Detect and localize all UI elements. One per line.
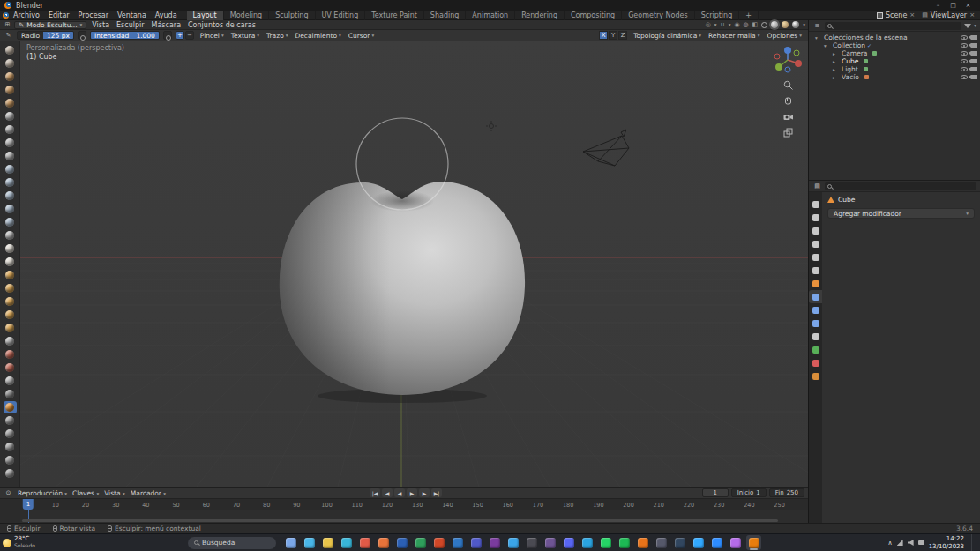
brush-tool-multiplane-scrape[interactable] [4,216,17,228]
viewport-3d[interactable]: Personalizada (perspectiva) (1) Cube [0,41,808,487]
brush-tool-box-hide[interactable] [4,414,17,427]
brush-tool-smooth[interactable] [4,163,17,175]
tool-dropdown-pincel[interactable]: Pincel▾ [198,31,227,40]
brush-tool-boundary[interactable] [4,348,17,361]
brush-tool-box-mask[interactable] [4,428,17,440]
taskbar-app-steam[interactable] [672,535,687,550]
properties-tab-texture[interactable] [809,369,822,383]
properties-tab-tool[interactable] [809,197,822,211]
filter-icon[interactable] [964,24,971,28]
outliner-search[interactable] [825,22,961,30]
taskbar-app-zoom[interactable] [709,535,724,550]
taskbar-app-task-view[interactable] [283,535,298,550]
collection-checkbox[interactable]: ✓ [867,42,872,48]
hide-viewport-icon[interactable] [961,35,968,40]
properties-tab-particles[interactable] [809,303,822,316]
app-menu-icon[interactable] [3,12,9,19]
properties-tab-object-data[interactable] [809,343,822,356]
menu-archivo[interactable]: Archivo [9,11,44,19]
outliner-row-vac-o[interactable]: ▸ Vacío [809,73,980,81]
taskbar-app-blender[interactable] [746,535,761,550]
workspace-tab-rendering[interactable]: Rendering [515,11,565,20]
workspace-tab--[interactable]: + [739,11,759,20]
taskbar-app-obs[interactable] [654,535,669,550]
direction-button--[interactable]: + [176,31,184,40]
expand-arrow-icon[interactable]: ▸ [833,75,838,80]
header-dropdown-opciones[interactable]: Opciones▾ [764,31,804,40]
timeline-menu-marcador[interactable]: Marcador ▾ [128,489,168,497]
properties-tab-modifiers[interactable] [809,290,822,303]
properties-editor-icon[interactable]: ▤ [812,182,822,190]
taskbar-app-vlc[interactable] [635,535,650,550]
brush-tool-lasso-mask[interactable] [4,441,17,453]
brush-tool-layer[interactable] [4,110,17,123]
viewlayer-unlink-icon[interactable]: × [969,11,975,19]
tool-dropdown-decaimiento[interactable]: Decaimiento▾ [292,31,343,40]
window-control-close[interactable]: × [961,0,976,11]
shading-solid-icon[interactable] [771,21,778,28]
timeline-ruler[interactable]: 1 10203040506070809010011012013014015016… [20,499,808,510]
brush-tool-inflate[interactable] [4,123,17,136]
network-icon[interactable] [897,540,903,546]
workspace-tab-compositing[interactable]: Compositing [565,11,622,20]
timeline-scrollbar[interactable] [22,519,778,522]
mirror-axis-z[interactable]: Z [618,31,627,40]
brush-tool-cloth[interactable] [4,361,17,374]
properties-tab-output[interactable] [809,224,822,237]
properties-tab-world[interactable] [809,264,822,277]
properties-tab-material[interactable] [809,356,822,369]
taskbar-app-edge[interactable] [339,535,354,550]
brush-tool-pose[interactable] [4,295,17,308]
taskbar-app-onenote[interactable] [487,535,502,550]
menu-editar[interactable]: Editar [44,11,74,19]
mirror-axis-y[interactable]: Y [609,31,617,40]
brush-tool-clay-thumb[interactable] [4,97,17,109]
strength-slider[interactable]: Intensidad 1.000 [90,31,160,40]
brush-tool-line-project[interactable] [4,454,17,466]
mode-dropdown[interactable]: ✎ Modo Escultu... ▾ [14,21,86,29]
playback-jump-end[interactable]: ▶| [431,488,442,497]
taskbar-app-krita[interactable] [728,535,743,550]
hide-render-icon[interactable] [971,59,977,63]
outliner-row-collection[interactable]: ▾ Collection ✓ [809,41,980,49]
taskbar-app-teams[interactable] [468,535,483,550]
timeline-editor-icon[interactable]: ⊙ [4,489,13,496]
hide-viewport-icon[interactable] [961,51,968,56]
hide-render-icon[interactable] [971,67,977,71]
taskbar-app-spotify[interactable] [617,535,632,550]
brush-tool-pinch[interactable] [4,229,17,242]
weather-widget[interactable]: 28°C Soleado [3,536,66,548]
window-control-minimize[interactable]: – [931,0,946,11]
direction-button--[interactable]: − [185,31,194,40]
frame-start-field[interactable]: Inicio1 [731,488,767,497]
playback-play[interactable]: ▶ [407,488,417,497]
taskbar-app-chrome[interactable] [357,535,372,550]
workspace-tab-animation[interactable]: Animation [466,11,515,20]
playback-next-keyframe[interactable]: ▶ [419,488,430,497]
brush-tool-blob[interactable] [4,137,17,149]
brush-tool-thumb[interactable] [4,282,17,294]
hide-viewport-icon[interactable] [961,67,968,71]
menu-procesar[interactable]: Procesar [74,11,113,19]
brush-tool-mask[interactable] [4,388,17,400]
viewport-menu-esculpir[interactable]: Esculpir [113,21,148,29]
radius-pressure-icon[interactable] [78,31,86,40]
workspace-tab-texture-paint[interactable]: Texture Paint [365,11,424,20]
xray-toggle-icon[interactable]: ◧ [752,21,759,28]
properties-tab-render[interactable] [809,211,822,224]
brush-tool-simplify[interactable] [4,375,17,387]
brush-tool-mesh-filter[interactable] [4,467,17,480]
playback-jump-start[interactable]: |◀ [370,488,380,497]
taskbar-app-excel[interactable] [413,535,428,550]
taskbar-app-discord[interactable] [561,535,576,550]
workspace-tab-scripting[interactable]: Scripting [695,11,740,20]
brush-tool-snake-hook[interactable] [4,269,17,281]
taskbar-app-github-desktop[interactable] [542,535,557,550]
taskbar-search[interactable]: Búsqueda [188,537,276,549]
tray-expand-icon[interactable]: ∧ [888,540,893,547]
properties-tab-constraints[interactable] [809,330,822,343]
tool-dropdown-textura[interactable]: Textura▾ [228,31,262,40]
timeline-menu-claves[interactable]: Claves ▾ [70,489,101,497]
hide-viewport-icon[interactable] [961,59,968,63]
taskbar-app-widgets[interactable] [302,535,317,550]
